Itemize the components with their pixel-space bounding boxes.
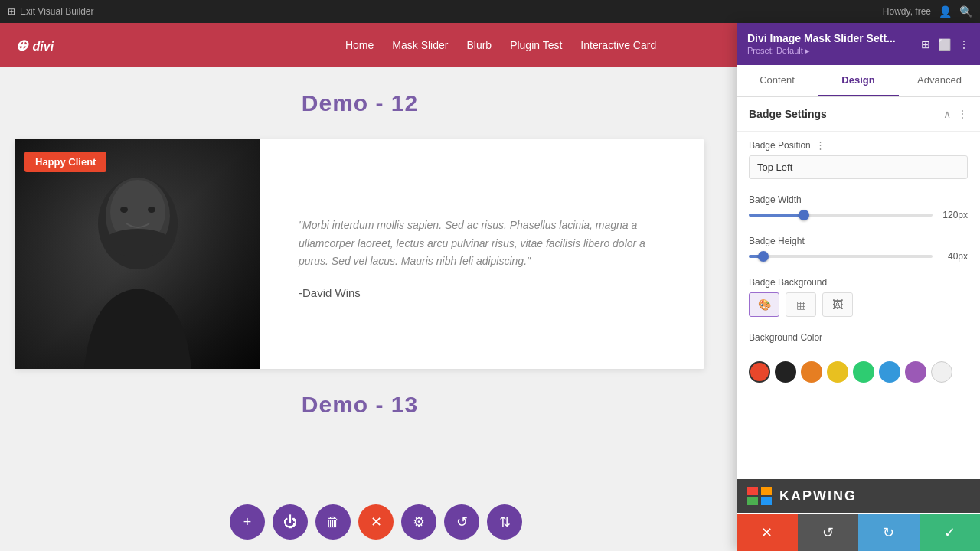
svg-rect-6 — [747, 487, 758, 495]
kapwing-text: KAPWING — [779, 488, 857, 504]
badge-width-value[interactable]: 120px — [940, 210, 968, 220]
bg-gradient-btn[interactable]: ▦ — [786, 292, 816, 317]
tab-advanced[interactable]: Advanced — [899, 65, 980, 96]
nav-link-interactive-card[interactable]: Interactive Card — [580, 39, 656, 51]
color-swatch-light[interactable] — [931, 361, 952, 383]
color-swatch-orange[interactable] — [801, 361, 822, 383]
section-header-icons: ∧ ⋮ — [943, 108, 968, 120]
redo-button[interactable]: ↻ — [858, 514, 920, 551]
bottom-toolbar: + ⏻ 🗑 ✕ ⚙ ↺ ⇅ — [230, 504, 522, 540]
badge-position-help-icon[interactable]: ⋮ — [815, 139, 825, 151]
panel-header-icons: ⊞ ⬜ ⋮ — [921, 38, 969, 51]
panel-expand-icon[interactable]: ⬜ — [938, 38, 951, 51]
bg-image-btn[interactable]: 🖼 — [822, 292, 853, 317]
section-options-icon[interactable]: ⋮ — [957, 108, 968, 120]
badge-width-label: Badge Width — [749, 194, 968, 205]
nav-link-mask-slider[interactable]: Mask Slider — [392, 39, 448, 51]
person-silhouette — [61, 170, 214, 369]
svg-point-4 — [148, 207, 155, 213]
admin-bar-logo: ⊞ — [8, 6, 15, 17]
panel-body: Badge Settings ∧ ⋮ Badge Position ⋮ Top … — [737, 97, 980, 514]
badge-position-label: Badge Position ⋮ — [749, 139, 968, 151]
badge-position-label-text: Badge Position — [749, 140, 811, 151]
badge-height-label-text: Badge Height — [749, 236, 805, 246]
card-image: Happy Client — [15, 139, 260, 369]
background-color-label-text: Background Color — [749, 332, 822, 343]
toolbar-power-button[interactable]: ⏻ — [273, 504, 308, 540]
main-content: Demo - 12 Happy C — [0, 67, 720, 551]
color-swatch-red[interactable] — [749, 361, 770, 383]
badge-width-fill — [749, 214, 804, 217]
color-swatch-green[interactable] — [853, 361, 874, 383]
panel-minimize-icon[interactable]: ⊞ — [921, 38, 930, 51]
settings-panel: Divi Image Mask Slider Sett... Preset: D… — [737, 23, 980, 551]
section-title: Badge Settings — [749, 108, 827, 120]
toolbar-add-button[interactable]: + — [230, 504, 265, 540]
panel-title-area: Divi Image Mask Slider Sett... Preset: D… — [747, 32, 896, 56]
toolbar-close-button[interactable]: ✕ — [358, 504, 394, 540]
badge-position-dropdown[interactable]: Top Left Top Right Bottom Left Bottom Ri… — [749, 155, 968, 179]
demo-title-1: Demo - 12 — [15, 90, 704, 116]
badge-position-dropdown-row: Top Left Top Right Bottom Left Bottom Ri… — [749, 155, 968, 179]
badge-width-track — [749, 214, 933, 217]
toolbar-settings-button[interactable]: ⚙ — [401, 504, 436, 540]
badge-height-label: Badge Height — [749, 236, 968, 246]
site-logo: ⊕ divi — [15, 35, 54, 55]
testimonial-card: Happy Client "Morbi interdum mollis sapi… — [15, 139, 704, 369]
author-name: -David Wins — [299, 286, 674, 299]
badge-height-row: Badge Height 40px — [737, 228, 980, 269]
undo-button[interactable]: ↺ — [798, 514, 859, 551]
admin-bar: ⊞ Exit Visual Builder Howdy, free 👤 🔍 — [0, 0, 980, 23]
toolbar-undo-button[interactable]: ↺ — [444, 504, 479, 540]
color-swatch-blue[interactable] — [879, 361, 900, 383]
toolbar-reorder-button[interactable]: ⇅ — [487, 504, 522, 540]
exit-visual-builder[interactable]: Exit Visual Builder — [20, 6, 94, 17]
cancel-button[interactable]: ✕ — [737, 514, 798, 551]
badge-width-label-text: Badge Width — [749, 194, 802, 205]
confirm-button[interactable]: ✓ — [920, 514, 981, 551]
admin-bar-left: ⊞ Exit Visual Builder — [8, 6, 94, 17]
howdy-label: Howdy, free — [883, 6, 931, 17]
section-collapse-icon[interactable]: ∧ — [943, 108, 951, 120]
demo-title-2: Demo - 13 — [15, 392, 704, 418]
card-content: "Morbi interdum mollis sapien. Sed ac ri… — [260, 139, 704, 369]
badge-height-thumb[interactable] — [758, 251, 769, 262]
panel-header: Divi Image Mask Slider Sett... Preset: D… — [737, 23, 980, 65]
kapwing-logo-icon — [747, 487, 772, 505]
svg-point-5 — [103, 229, 172, 256]
badge-height-value[interactable]: 40px — [940, 251, 968, 262]
badge-width-thumb[interactable] — [799, 210, 809, 220]
panel-actions: ✕ ↺ ↻ ✓ — [737, 514, 980, 551]
badge-height-slider-row: 40px — [749, 251, 968, 262]
toolbar-delete-button[interactable]: 🗑 — [315, 504, 351, 540]
color-swatches-row — [737, 361, 980, 392]
color-swatch-purple[interactable] — [905, 361, 926, 383]
color-swatch-black[interactable] — [775, 361, 796, 383]
badge-width-row: Badge Width 120px — [737, 187, 980, 228]
svg-point-3 — [120, 207, 128, 213]
kapwing-watermark: KAPWING — [737, 479, 980, 513]
badge-background-label-text: Badge Background — [749, 277, 827, 288]
panel-menu-icon[interactable]: ⋮ — [959, 38, 969, 51]
badge-settings-section: Badge Settings ∧ ⋮ — [737, 97, 980, 132]
admin-search-icon[interactable]: 🔍 — [959, 5, 972, 18]
tab-design[interactable]: Design — [818, 65, 899, 96]
badge-position-row: Badge Position ⋮ Top Left Top Right Bott… — [737, 132, 980, 187]
badge-background-row: Badge Background 🎨 ▦ 🖼 — [737, 269, 980, 324]
nav-link-blurb[interactable]: Blurb — [466, 39, 492, 51]
nav-link-home[interactable]: Home — [345, 39, 374, 51]
nav-links: Home Mask Slider Blurb Plugin Test Inter… — [345, 39, 656, 51]
tab-content[interactable]: Content — [737, 65, 818, 96]
background-color-label: Background Color — [749, 332, 968, 343]
admin-user-icon: 👤 — [939, 5, 952, 18]
bg-color-btn[interactable]: 🎨 — [749, 292, 779, 317]
admin-bar-right: Howdy, free 👤 🔍 — [883, 5, 972, 18]
color-swatch-yellow[interactable] — [827, 361, 848, 383]
svg-rect-8 — [761, 487, 772, 495]
badge-background-icons-row: 🎨 ▦ 🖼 — [749, 292, 968, 317]
nav-link-plugin-test[interactable]: Plugin Test — [510, 39, 562, 51]
badge-height-track — [749, 255, 933, 258]
panel-subtitle[interactable]: Preset: Default ▸ — [747, 46, 896, 56]
svg-rect-7 — [747, 497, 758, 505]
quote-text: "Morbi interdum mollis sapien. Sed ac ri… — [299, 217, 674, 271]
